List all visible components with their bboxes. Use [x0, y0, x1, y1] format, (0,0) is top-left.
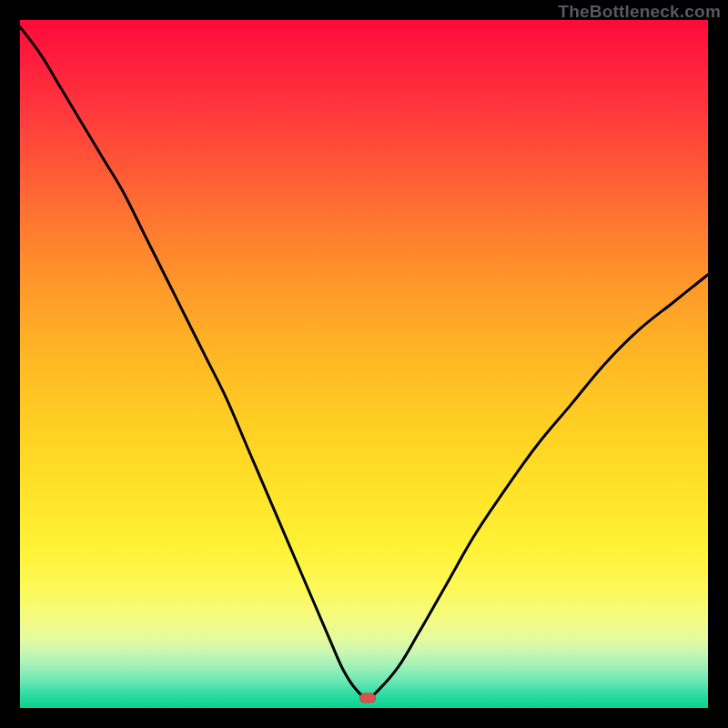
watermark-text: TheBottleneck.com	[558, 2, 721, 22]
chart-frame: TheBottleneck.com	[0, 0, 728, 728]
optimum-marker	[359, 693, 376, 703]
plot-area	[20, 20, 708, 708]
bottleneck-curve	[20, 20, 708, 708]
